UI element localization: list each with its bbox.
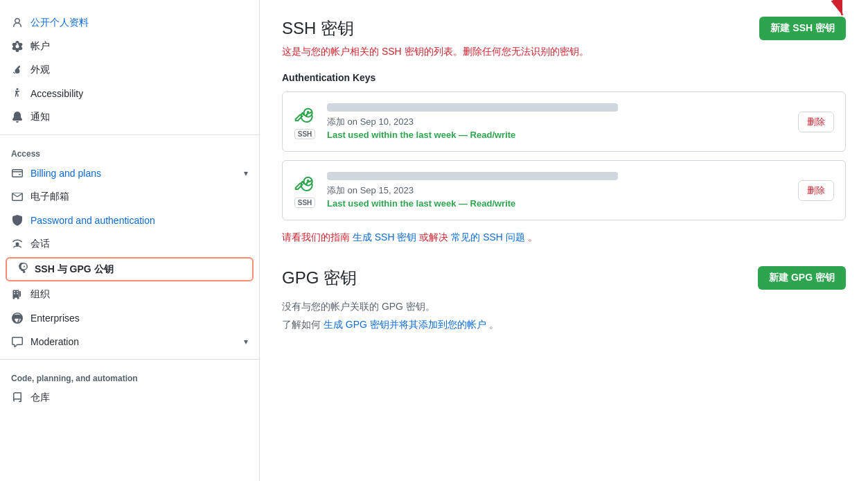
delete-key-1-button[interactable]: 删除 xyxy=(798,112,834,132)
sidebar-item-enterprises[interactable]: Enterprises xyxy=(0,306,259,330)
new-gpg-button[interactable]: 新建 GPG 密钥 xyxy=(758,266,846,290)
key-svg-2 xyxy=(294,173,316,195)
sidebar-item-ssh-gpg[interactable]: SSH 与 GPG 公钥 xyxy=(6,257,254,281)
key-info-2: 添加 on Sep 15, 2023 Last used within the … xyxy=(327,172,787,209)
key-date-1: 添加 on Sep 10, 2023 xyxy=(327,116,787,128)
sidebar-item-organizations[interactable]: 组织 xyxy=(0,283,259,306)
shield-icon xyxy=(11,214,24,227)
generate-ssh-link[interactable]: 生成 SSH 密钥 xyxy=(353,231,417,243)
sidebar-divider-2 xyxy=(0,359,259,360)
sidebar-item-password[interactable]: Password and authentication xyxy=(0,209,259,232)
key-card-1: SSH 添加 on Sep 10, 2023 Last used within … xyxy=(282,91,846,152)
ssh-badge-1: SSH xyxy=(294,129,316,139)
gpg-learn-text: 了解如何 生成 GPG 密钥并将其添加到您的帐户 。 xyxy=(282,319,846,331)
paintbrush-icon xyxy=(11,64,24,76)
new-ssh-btn-wrapper: 新建 SSH 密钥 xyxy=(759,17,846,40)
sidebar-item-email[interactable]: 电子邮箱 xyxy=(0,185,259,209)
access-section-label: Access xyxy=(0,141,259,161)
key-icon-wrap-2: SSH xyxy=(294,173,316,208)
gpg-learn-link[interactable]: 生成 GPG 密钥并将其添加到您的帐户 xyxy=(324,319,486,330)
sidebar-item-notifications[interactable]: 通知 xyxy=(0,105,259,129)
sidebar-item-account[interactable]: 帐户 xyxy=(0,35,259,58)
bell-icon xyxy=(11,111,24,123)
sidebar-item-appearance[interactable]: 外观 xyxy=(0,58,259,82)
sidebar-item-profile[interactable]: 公开个人资料 xyxy=(0,11,259,35)
new-ssh-button[interactable]: 新建 SSH 密钥 xyxy=(759,17,846,40)
main-content: SSH 密钥 新建 SSH 密钥 这是与您的帐户相关的 SSH 密钥的列表。删除… xyxy=(260,0,868,481)
repo-icon xyxy=(11,392,24,404)
gpg-title: GPG 密钥 xyxy=(282,267,357,289)
sidebar-item-repositories[interactable]: 仓库 xyxy=(0,386,259,410)
ssh-badge-2: SSH xyxy=(294,198,316,208)
comment-icon xyxy=(11,335,24,348)
key-icon xyxy=(17,263,28,276)
chevron-down-icon: ▾ xyxy=(244,168,248,178)
common-ssh-link[interactable]: 常见的 SSH 问题 xyxy=(451,231,525,243)
mail-icon xyxy=(11,191,24,203)
ssh-info-text: 这是与您的帐户相关的 SSH 密钥的列表。删除任何您无法识别的密钥。 xyxy=(282,46,846,58)
code-section-label: Code, planning, and automation xyxy=(0,365,259,386)
auth-keys-label: Authentication Keys xyxy=(282,72,846,83)
svg-point-2 xyxy=(307,111,310,114)
key-name-blur-2 xyxy=(327,172,618,180)
gpg-section-header: GPG 密钥 新建 GPG 密钥 xyxy=(282,266,846,290)
sidebar: 公开个人资料 帐户 外观 Accessibility 通 xyxy=(0,0,260,481)
organization-icon xyxy=(11,288,24,301)
ssh-section-header: SSH 密钥 新建 SSH 密钥 xyxy=(282,17,846,40)
sidebar-item-billing[interactable]: Billing and plans ▾ xyxy=(0,161,259,185)
sidebar-divider-1 xyxy=(0,134,259,135)
sidebar-item-accessibility[interactable]: Accessibility xyxy=(0,82,259,105)
no-gpg-text: 没有与您的帐户关联的 GPG 密钥。 xyxy=(282,301,846,313)
key-date-2: 添加 on Sep 15, 2023 xyxy=(327,184,787,197)
globe-icon xyxy=(11,312,24,324)
credit-card-icon xyxy=(11,167,24,180)
delete-key-2-button[interactable]: 删除 xyxy=(798,180,834,201)
gpg-section: GPG 密钥 新建 GPG 密钥 没有与您的帐户关联的 GPG 密钥。 了解如何… xyxy=(282,266,846,331)
broadcast-icon xyxy=(11,238,24,250)
key-card-2: SSH 添加 on Sep 15, 2023 Last used within … xyxy=(282,160,846,220)
chevron-down-icon-moderation: ▾ xyxy=(244,337,248,347)
accessibility-icon xyxy=(11,87,24,100)
sidebar-item-sessions[interactable]: 会话 xyxy=(0,232,259,256)
key-icon-wrap-1: SSH xyxy=(294,104,316,139)
svg-line-1 xyxy=(832,0,842,15)
gear-icon xyxy=(11,40,24,53)
sidebar-item-moderation[interactable]: Moderation ▾ xyxy=(0,330,259,353)
key-svg-1 xyxy=(294,104,316,126)
svg-point-3 xyxy=(307,180,310,182)
ssh-title: SSH 密钥 xyxy=(282,17,354,40)
key-status-2: Last used within the last week — Read/wr… xyxy=(327,198,787,209)
ssh-footer-text: 请看我们的指南 生成 SSH 密钥 或解决 常见的 SSH 问题 。 xyxy=(282,231,846,244)
key-name-blur-1 xyxy=(327,103,618,112)
person-icon xyxy=(11,17,24,29)
key-status-1: Last used within the last week — Read/wr… xyxy=(327,130,787,140)
key-info-1: 添加 on Sep 10, 2023 Last used within the … xyxy=(327,103,787,140)
